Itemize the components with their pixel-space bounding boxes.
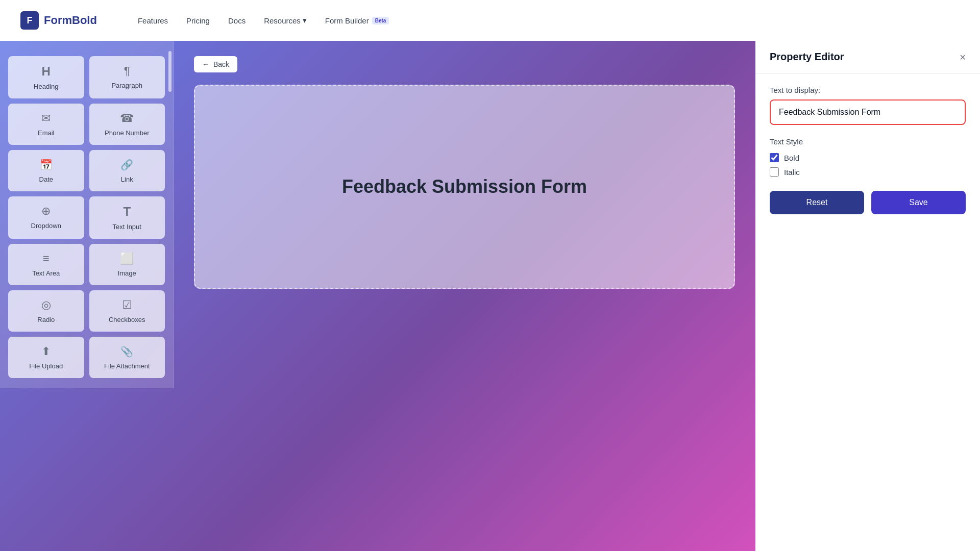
sidebar-item-checkboxes-label: Checkboxes (109, 316, 145, 323)
bold-label[interactable]: Bold (784, 154, 799, 162)
close-button[interactable]: × (960, 52, 966, 62)
fileattach-icon (120, 345, 133, 358)
sidebar-item-fileattach[interactable]: File Attachment (89, 337, 165, 378)
nav-form-builder[interactable]: Form Builder Beta (325, 16, 389, 25)
sidebar-item-radio[interactable]: Radio (8, 290, 84, 332)
main-content: Heading Paragraph Email Phone Number (0, 41, 980, 551)
save-button[interactable]: Save (871, 191, 966, 214)
nav-resources[interactable]: Resources ▾ (264, 16, 307, 25)
sidebar-item-date[interactable]: Date (8, 150, 84, 191)
form-canvas-title: Feedback Submission Form (342, 176, 587, 197)
button-row: Reset Save (770, 191, 966, 214)
beta-badge: Beta (372, 17, 389, 24)
link-icon (120, 158, 133, 171)
sidebar-item-fileupload[interactable]: File Upload (8, 337, 84, 378)
back-arrow-icon: ← (202, 60, 209, 68)
sidebar-scrollbar[interactable] (168, 51, 172, 92)
paragraph-icon (124, 64, 130, 78)
nav-docs[interactable]: Docs (228, 16, 246, 25)
bold-checkbox[interactable] (770, 153, 779, 162)
date-icon (40, 158, 53, 171)
sidebar-item-heading[interactable]: Heading (8, 56, 84, 98)
checkboxes-icon (122, 298, 132, 312)
sidebar-item-image[interactable]: Image (89, 244, 165, 285)
italic-label[interactable]: Italic (784, 168, 800, 177)
reset-button[interactable]: Reset (770, 191, 864, 214)
logo-icon: F (20, 11, 39, 30)
italic-checkbox-item[interactable]: Italic (770, 167, 966, 177)
sidebar-item-textinput[interactable]: Text Input (89, 196, 165, 239)
text-display-label: Text to display: (770, 86, 966, 94)
property-editor-title: Property Editor (770, 51, 844, 63)
sidebar-item-radio-label: Radio (37, 316, 55, 323)
property-editor-body: Text to display: Text Style Bold Italic … (755, 73, 980, 227)
sidebar-item-date-label: Date (39, 176, 53, 183)
nav: Features Pricing Docs Resources ▾ Form B… (138, 16, 389, 25)
chevron-down-icon: ▾ (303, 16, 307, 25)
sidebar-item-paragraph-label: Paragraph (111, 82, 142, 89)
sidebar-item-email[interactable]: Email (8, 104, 84, 145)
form-canvas: Feedback Submission Form (194, 85, 735, 289)
back-button[interactable]: ← Back (194, 56, 237, 72)
sidebar-item-link[interactable]: Link (89, 150, 165, 191)
dropdown-icon (41, 205, 51, 218)
logo-text: FormBold (44, 14, 97, 27)
sidebar-item-paragraph[interactable]: Paragraph (89, 56, 165, 98)
text-style-label: Text Style (770, 137, 966, 146)
email-icon (41, 112, 51, 125)
sidebar-item-fileupload-label: File Upload (29, 362, 63, 370)
sidebar-item-dropdown[interactable]: Dropdown (8, 196, 84, 239)
fileupload-icon (41, 345, 51, 358)
sidebar: Heading Paragraph Email Phone Number (0, 41, 174, 388)
bold-checkbox-item[interactable]: Bold (770, 153, 966, 162)
italic-checkbox[interactable] (770, 167, 779, 177)
radio-icon (41, 298, 51, 312)
sidebar-item-email-label: Email (38, 129, 55, 137)
property-editor-header: Property Editor × (755, 41, 980, 73)
sidebar-item-checkboxes[interactable]: Checkboxes (89, 290, 165, 332)
sidebar-item-textinput-label: Text Input (113, 223, 141, 231)
sidebar-item-heading-label: Heading (34, 83, 58, 90)
nav-pricing[interactable]: Pricing (186, 16, 210, 25)
sidebar-item-image-label: Image (118, 269, 136, 277)
nav-features[interactable]: Features (138, 16, 168, 25)
sidebar-item-phone[interactable]: Phone Number (89, 104, 165, 145)
image-icon (120, 252, 134, 265)
textarea-icon (43, 252, 50, 265)
logo[interactable]: F FormBold (20, 11, 97, 30)
sidebar-item-dropdown-label: Dropdown (31, 222, 61, 230)
sidebar-item-phone-label: Phone Number (105, 129, 149, 137)
header: F FormBold Features Pricing Docs Resourc… (0, 0, 980, 41)
sidebar-item-link-label: Link (121, 176, 133, 183)
heading-icon (42, 64, 51, 79)
sidebar-wrapper: Heading Paragraph Email Phone Number (0, 41, 174, 551)
sidebar-item-fileattach-label: File Attachment (104, 362, 150, 370)
phone-icon (120, 112, 134, 125)
checkbox-group: Bold Italic (770, 153, 966, 177)
property-editor: Property Editor × Text to display: Text … (755, 41, 980, 551)
sidebar-grid: Heading Paragraph Email Phone Number (8, 56, 165, 378)
canvas-area: ← Back Feedback Submission Form (174, 41, 755, 551)
sidebar-item-textarea-label: Text Area (32, 269, 60, 277)
textinput-icon (123, 205, 131, 219)
text-display-input[interactable] (770, 99, 966, 125)
sidebar-item-textarea[interactable]: Text Area (8, 244, 84, 285)
